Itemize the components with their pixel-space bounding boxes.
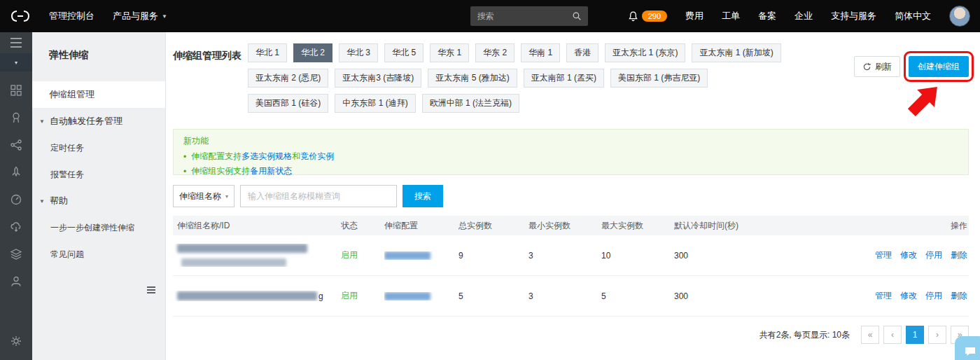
disable-link[interactable]: 停用	[925, 290, 942, 302]
appstore-icon[interactable]	[10, 84, 22, 97]
region-tab[interactable]: 中东东部 1 (迪拜)	[335, 94, 415, 113]
topbar-item-language[interactable]: 简体中文	[895, 10, 931, 22]
pagination-first-button[interactable]: «	[861, 326, 879, 344]
topbar-item-icp-filing[interactable]: 备案	[758, 10, 776, 22]
manage-link[interactable]: 管理	[875, 290, 892, 302]
refresh-button[interactable]: 刷新	[854, 56, 900, 77]
sidebar-item-help[interactable]: ▼ 帮助	[32, 188, 165, 214]
sidebar-item-step-by-step[interactable]: 一步一步创建弹性伸缩	[32, 214, 165, 241]
region-tab[interactable]: 亚太南部 1 (孟买)	[524, 69, 604, 88]
redacted-config-link[interactable]	[384, 251, 430, 260]
region-tab[interactable]: 美国西部 1 (硅谷)	[248, 94, 328, 113]
region-tab[interactable]: 华北 3	[339, 43, 378, 62]
notification-badge[interactable]: 290	[642, 11, 667, 22]
topbar-item-support[interactable]: 支持与服务	[831, 10, 876, 22]
redacted-group-name	[177, 244, 307, 253]
region-tab[interactable]: 华南 1	[521, 43, 560, 62]
region-tab[interactable]: 亚太东南 2 (悉尼)	[248, 69, 328, 88]
table-header: 伸缩组名称/ID 状态 伸缩配置 总实例数 最小实例数 最大实例数 默认冷却时间…	[173, 216, 969, 235]
notice-text: 伸缩配置支持	[191, 151, 241, 162]
delete-link[interactable]: 删除	[951, 290, 967, 302]
sidebar-item-label: 常见问题	[50, 249, 84, 261]
products-menu[interactable]: 产品与服务 ▼	[113, 10, 167, 22]
table-row: 启用 9 3 10 300 管理 修改 停用 删除	[173, 235, 969, 276]
region-tab[interactable]: 亚太东南3 (吉隆坡)	[335, 69, 421, 88]
header-cooldown: 默认冷却时间(秒)	[674, 220, 837, 232]
rail-chevron-down-icon[interactable]: ▾	[0, 53, 32, 71]
hamburger-menu-icon[interactable]	[0, 32, 32, 53]
rocket-icon[interactable]	[10, 166, 22, 179]
notifications[interactable]: 290	[627, 11, 667, 22]
topbar-item-enterprise[interactable]: 企业	[794, 10, 813, 22]
table-row: g 启用 5 3 5 300 管理 修改 停用 删除	[173, 276, 969, 317]
topbar-item-billing[interactable]: 费用	[685, 10, 704, 22]
region-tab[interactable]: 亚太东北 1 (东京)	[605, 43, 685, 62]
pagination-summary: 共有2条, 每页显示: 10条	[760, 329, 850, 341]
chevron-down-icon: ▼	[162, 13, 167, 20]
products-menu-label: 产品与服务	[113, 10, 158, 22]
security-badge-icon[interactable]	[10, 111, 22, 124]
refresh-button-label: 刷新	[875, 61, 892, 73]
chat-bubble-icon	[963, 345, 977, 359]
region-tab[interactable]: 华东 1	[430, 43, 469, 62]
sidebar-item-label: 帮助	[50, 195, 68, 207]
pagination-next-button[interactable]: ›	[928, 326, 946, 344]
disable-link[interactable]: 停用	[925, 249, 942, 261]
refresh-icon	[862, 62, 872, 71]
region-tab[interactable]: 华北 1	[248, 43, 287, 62]
gear-icon[interactable]	[10, 335, 22, 350]
multi-instance-type-link[interactable]: 多选实例规格	[241, 151, 292, 162]
layers-icon[interactable]	[10, 248, 22, 261]
console-home-link[interactable]: 管理控制台	[49, 10, 94, 22]
region-tab[interactable]: 亚太东南 1 (新加坡)	[692, 43, 780, 62]
sidebar-item-auto-trigger-tasks[interactable]: ▼ 自动触发任务管理	[32, 108, 165, 134]
delete-link[interactable]: 删除	[951, 249, 967, 261]
modify-link[interactable]: 修改	[900, 249, 917, 261]
product-icon-rail: ▾	[0, 32, 32, 360]
cell-total: 9	[458, 251, 528, 261]
pagination-prev-button[interactable]: ‹	[883, 326, 902, 344]
sidebar-item-scaling-groups[interactable]: 伸缩组管理	[32, 81, 165, 108]
manage-link[interactable]: 管理	[875, 249, 892, 261]
region-tab[interactable]: 欧洲中部 1 (法兰克福)	[422, 94, 519, 113]
create-scaling-group-button[interactable]: 创建伸缩组	[909, 56, 969, 77]
scaling-group-name-input[interactable]	[240, 185, 397, 207]
gauge-icon[interactable]	[10, 193, 22, 206]
region-tab-active[interactable]: 华北 2	[293, 43, 332, 62]
chevron-down-icon: ▾	[225, 193, 228, 200]
search-input[interactable]	[470, 11, 566, 21]
network-nodes-icon[interactable]	[10, 139, 22, 151]
group-name-suffix: g	[318, 291, 323, 301]
region-tab[interactable]: 亚太东南 5 (雅加达)	[428, 69, 517, 88]
pagination-page-1[interactable]: 1	[906, 326, 924, 344]
sidebar-item-scheduled-tasks[interactable]: 定时任务	[32, 134, 165, 161]
sidebar-item-faq[interactable]: 常见问题	[32, 241, 165, 268]
modify-link[interactable]: 修改	[900, 290, 917, 302]
region-tab[interactable]: 华东 2	[475, 43, 514, 62]
sidebar-title: 弹性伸缩	[32, 32, 165, 81]
table-search-button[interactable]: 搜索	[402, 185, 443, 207]
header-total-instances: 总实例数	[458, 220, 528, 232]
topbar-item-workorders[interactable]: 工单	[722, 10, 740, 22]
sidebar-collapse-handle[interactable]	[144, 283, 158, 297]
region-tab[interactable]: 香港	[566, 43, 598, 62]
region-tab[interactable]: 华北 5	[384, 43, 424, 62]
search-icon[interactable]	[566, 6, 588, 26]
region-tabs-row-2: 亚太东南 2 (悉尼) 亚太东南3 (吉隆坡) 亚太东南 5 (雅加达) 亚太南…	[248, 69, 781, 88]
sidebar-item-alarm-tasks[interactable]: 报警任务	[32, 161, 165, 188]
region-tab[interactable]: 美国东部 1 (弗吉尼亚)	[610, 69, 708, 88]
standby-state-link[interactable]: 备用新状态	[250, 165, 292, 177]
filter-field-dropdown[interactable]: 伸缩组名称 ▾	[173, 185, 234, 207]
cloud-download-icon[interactable]	[10, 221, 22, 233]
user-center-icon[interactable]	[10, 275, 22, 288]
spot-instance-link[interactable]: 竞价实例	[300, 151, 334, 162]
cell-max: 10	[601, 251, 674, 261]
scaling-groups-table: 伸缩组名称/ID 状态 伸缩配置 总实例数 最小实例数 最大实例数 默认冷却时间…	[173, 216, 969, 353]
table-footer: 共有2条, 每页显示: 10条 « ‹ 1 › »	[173, 317, 969, 353]
chat-widget[interactable]	[955, 336, 980, 360]
redacted-config-link[interactable]	[384, 292, 430, 300]
alibaba-cloud-logo[interactable]	[10, 9, 31, 23]
chevron-down-icon: ▼	[39, 198, 45, 205]
pagination: « ‹ 1 › »	[861, 326, 969, 344]
user-avatar[interactable]	[949, 6, 970, 27]
